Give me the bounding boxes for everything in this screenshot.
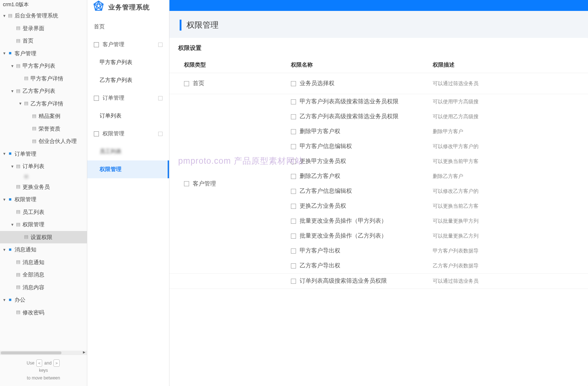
tree-item[interactable]: ▼■权限管理 [0,193,87,206]
tree-caret-icon[interactable]: ▼ [2,50,7,57]
tree-item[interactable]: ▼▤甲方客户列表 [0,60,87,72]
checkbox[interactable] [291,219,296,224]
checkbox[interactable] [291,204,296,209]
permission-desc-cell: 删除乙方客户 [433,173,579,180]
page-title: 权限管理 [187,20,578,31]
checkbox[interactable] [291,159,296,164]
tree-item[interactable]: ▤员工列表 [0,206,87,219]
tree-caret-icon[interactable]: ▼ [2,196,7,203]
tree-item[interactable]: ▼▤权限管理 [0,218,87,231]
permission-desc-cell: 可以通过筛选业务员 [433,80,579,87]
tree-item[interactable]: ▤消息内容 [0,281,87,294]
tree-item[interactable]: ▼▤乙方客户列表 [0,85,87,98]
folder-icon: ■ [7,151,13,157]
permission-name-label: 乙方客户列表高级搜索筛选业务员权限 [300,113,399,120]
tree-item[interactable]: ▤荣誉资质 [0,123,87,135]
menu-group-icon [94,96,99,101]
nav-item-label: 订单管理 [103,95,124,102]
tree-item[interactable]: ▤消息通知 [0,256,87,269]
permission-row: 删除乙方客户权删除乙方客户 [291,169,579,184]
checkbox[interactable] [291,189,296,194]
tree-caret-icon[interactable]: ▼ [2,297,7,303]
permission-desc-cell: 删除甲方客户 [433,128,579,135]
permission-name-cell: 甲方客户列表高级搜索筛选业务员权限 [291,98,433,106]
checkbox[interactable] [184,181,189,186]
permission-desc-cell: 可以修改乙方客户的 [433,188,579,195]
tree-item-label: 权限管理 [23,219,44,230]
tree-item[interactable]: ▤全部消息 [0,268,87,281]
chevron-down-icon [158,96,163,100]
tree-caret-icon[interactable]: ▼ [2,12,7,19]
tree-item-label: 设置权限 [31,232,52,243]
page-icon: ▤ [15,63,21,69]
tree-item-label: 后台业务管理系统 [15,11,58,21]
permission-name-cell: 批量更改业务员操作（甲方列表） [291,217,433,225]
tree-item[interactable]: ▤首页 [0,35,87,47]
checkbox[interactable] [291,114,296,119]
tree-scroll[interactable]: ▼▤后台业务管理系统▤登录界面▤首页▼■客户管理▼▤甲方客户列表▤甲方客户详情▼… [0,9,87,351]
nav-item-label: 权限管理 [100,166,121,173]
nav-item[interactable]: 订单管理 [87,89,169,107]
checkbox[interactable] [291,263,296,268]
checkbox[interactable] [291,279,296,284]
tree-caret-icon[interactable]: ▼ [10,63,15,69]
page-icon: ▤ [15,284,21,290]
folder-icon: ■ [7,196,13,202]
tree-item[interactable]: ▼▤乙方客户详情 [0,98,87,110]
nav-item[interactable]: 订单列表 [87,107,169,125]
tree-item[interactable]: ▼■订单管理 [0,148,87,160]
tree-item[interactable]: ▼■消息通知 [0,243,87,256]
tree-item[interactable]: ▤登录界面 [0,22,87,35]
menu-group-icon [94,42,99,47]
tree-item-label: 甲方客户详情 [31,73,63,84]
nav-item[interactable]: 乙方客户列表 [87,71,169,89]
permission-name-label: 更换甲方业务员权 [300,158,346,165]
tree-item-label: 客户管理 [15,48,36,59]
nav-item[interactable]: 甲方客户列表 [87,53,169,71]
tree-caret-icon[interactable]: ▼ [2,150,7,157]
nav-item[interactable]: 权限管理 [87,160,169,178]
checkbox[interactable] [291,81,296,86]
tree-caret-icon[interactable]: ▼ [2,246,7,253]
page-icon: ▤ [15,310,21,315]
checkbox[interactable] [291,99,296,104]
checkbox[interactable] [291,234,296,239]
tree-item[interactable]: ▼▤订单列表 [0,160,87,173]
tree-item[interactable]: ▤修改密码 [0,306,87,319]
tree-caret-icon[interactable]: ▼ [18,100,23,107]
checkbox[interactable] [184,81,189,86]
checkbox[interactable] [291,248,296,254]
checkbox[interactable] [291,144,296,149]
tree-item[interactable]: ▼■客户管理 [0,47,87,60]
nav-item[interactable]: 客户管理 [87,36,169,53]
tree-item-label: 登录界面 [23,23,44,34]
tree-item[interactable]: ▤甲方客户详情 [0,72,87,85]
checkbox[interactable] [291,129,296,134]
tree-item-label: 全部消息 [23,270,44,280]
tree-item[interactable]: ▤ [0,173,87,181]
permission-name-label: 甲方客户导出权 [300,247,340,255]
tree-item[interactable]: ▼▤后台业务管理系统 [0,9,87,22]
permission-list: 业务员选择权可以通过筛选业务员 [291,73,579,94]
permission-group-row: 订单列表高级搜索筛选业务员权限可以通过筛选业务员 [169,274,588,289]
tree-item[interactable]: ▤精品案例 [0,110,87,123]
tree-item-label: 精品案例 [39,111,60,122]
tree-horizontal-scrollbar[interactable] [0,351,87,355]
checkbox[interactable] [291,174,296,179]
tree-item[interactable]: ▤创业合伙人办理 [0,135,87,148]
tree-item[interactable]: ▼■办公 [0,294,87,306]
tree-item[interactable]: ▤设置权限 [0,231,87,244]
nav-item-label: 乙方客户列表 [100,77,132,84]
nav-item[interactable]: 员工列表 [87,143,169,160]
table-header-row: 权限类型 权限名称 权限描述 [169,57,588,73]
logo-icon [92,0,105,14]
tree-item[interactable]: ▤更换业务员 [0,181,87,194]
tree-caret-icon[interactable]: ▼ [10,221,15,228]
tree-caret-icon[interactable]: ▼ [10,163,15,170]
tree-caret-icon[interactable]: ▼ [10,88,15,95]
page-icon: ▤ [7,13,13,19]
nav-item[interactable]: 首页 [87,18,169,36]
permission-type-label: 首页 [193,80,204,87]
nav-item[interactable]: 权限管理 [87,125,169,143]
permission-row: 批量更改业务员操作（甲方列表）可以批量更换甲方列 [291,214,579,228]
